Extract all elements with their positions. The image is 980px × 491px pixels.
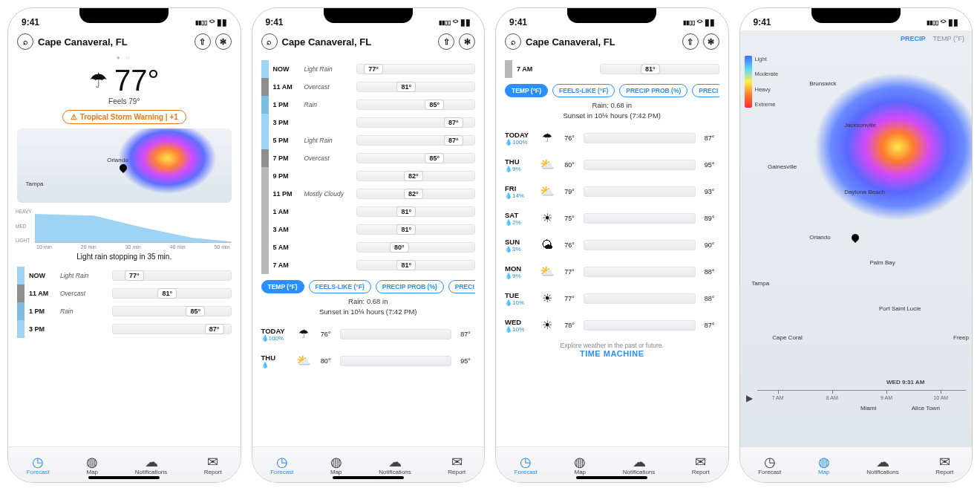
- hourly-row[interactable]: 1 AM81°: [261, 203, 476, 221]
- hourly-row[interactable]: 1 PMRain85°: [261, 96, 476, 114]
- tab-report[interactable]: ✉Report: [448, 455, 466, 475]
- summary-sunset: Sunset in 10¼ hours (7:42 PM): [505, 111, 719, 121]
- play-icon[interactable]: ▶: [746, 393, 753, 403]
- daily-row[interactable]: TODAY💧100%☂76°87°: [505, 125, 719, 152]
- daily-row[interactable]: WED💧10%☀78°87°: [505, 312, 719, 339]
- content-area[interactable]: 7 AM 81° TEMP (°F)FEELS-LIKE (°F)PRECIP …: [496, 54, 728, 446]
- tab-map[interactable]: ◍Map: [86, 455, 98, 475]
- search-icon[interactable]: ⌕: [17, 33, 33, 50]
- forecast-icon: ◷: [758, 455, 781, 469]
- report-icon: ✉: [692, 455, 710, 469]
- home-indicator[interactable]: [576, 476, 647, 479]
- hourly-row[interactable]: 7 PMOvercast85°: [261, 149, 476, 167]
- share-icon[interactable]: ⇧: [195, 33, 211, 50]
- intensity-bar: [261, 114, 269, 131]
- location-name[interactable]: Cape Canaveral, FL: [526, 36, 615, 48]
- metric-pill[interactable]: TEMP (°F): [505, 84, 548, 97]
- hourly-row[interactable]: 3 PM87°: [261, 114, 476, 131]
- map-content[interactable]: PRECIP TEMP (°F) Light Moderate Heavy Ex…: [740, 30, 973, 446]
- toggle-precip[interactable]: PRECIP: [901, 35, 926, 42]
- tab-forecast[interactable]: ◷Forecast: [514, 455, 538, 475]
- intensity-bar: [17, 302, 24, 320]
- legend-gradient: [745, 56, 752, 108]
- metric-pill[interactable]: PRECIP PROB (%): [376, 280, 444, 293]
- daily-row[interactable]: MON💧9%⛅77°88°: [505, 258, 719, 285]
- tab-map[interactable]: ◍Map: [818, 455, 830, 475]
- tab-report[interactable]: ✉Report: [204, 455, 222, 475]
- tab-notifications[interactable]: ☁Notifications: [135, 455, 168, 475]
- hourly-row[interactable]: 7 AM 81°: [505, 60, 719, 78]
- hourly-row[interactable]: 3 AM81°: [261, 221, 476, 238]
- tab-report[interactable]: ✉Report: [692, 455, 710, 475]
- hour-temp: 82°: [404, 189, 423, 199]
- hour-time: 7 PM: [273, 155, 300, 162]
- map-city-label: Cape Coral: [772, 334, 802, 341]
- daily-row[interactable]: FRI💧14%⛅79°93°: [505, 178, 719, 205]
- status-time: 9:41: [754, 17, 771, 27]
- share-icon[interactable]: ⇧: [438, 33, 454, 50]
- temp-range-bar: [584, 213, 696, 224]
- hourly-row[interactable]: NOWLight Rain77°: [17, 267, 232, 284]
- radar-map[interactable]: PRECIP TEMP (°F) Light Moderate Heavy Ex…: [740, 30, 973, 446]
- temp-range-bar: [584, 186, 696, 197]
- location-name[interactable]: Cape Canaveral, FL: [282, 36, 372, 48]
- daily-row[interactable]: THU💧⛅80°95°: [261, 348, 476, 374]
- hourly-row[interactable]: 5 AM80°: [261, 238, 476, 256]
- hourly-row[interactable]: NOWLight Rain77°: [261, 60, 476, 78]
- content-area[interactable]: NOWLight Rain77°11 AMOvercast81°1 PMRain…: [252, 54, 485, 446]
- report-icon: ✉: [204, 455, 222, 469]
- metric-pill[interactable]: PRECI: [692, 84, 719, 97]
- daily-row[interactable]: SUN💧3%🌤76°90°: [505, 232, 719, 258]
- daily-row[interactable]: TUE💧10%☀77°88°: [505, 285, 719, 312]
- weather-alert-pill[interactable]: ⚠ Tropical Storm Warning | +1: [62, 110, 186, 124]
- metric-pill[interactable]: PRECIP PROB (%): [619, 84, 687, 97]
- daily-row[interactable]: THU💧9%⛅80°95°: [505, 152, 719, 178]
- hourly-row[interactable]: 7 AM81°: [261, 256, 476, 274]
- tab-forecast[interactable]: ◷Forecast: [270, 455, 293, 475]
- metric-pill[interactable]: PRECI: [448, 280, 475, 293]
- daily-row[interactable]: SAT💧2%☀75°89°: [505, 205, 719, 232]
- hourly-row[interactable]: 11 PMMostly Cloudy82°: [261, 185, 476, 203]
- hourly-row[interactable]: 9 PM82°: [261, 167, 476, 185]
- settings-icon[interactable]: ✻: [459, 33, 475, 50]
- tab-notifications[interactable]: ☁Notifications: [379, 455, 411, 475]
- hourly-row[interactable]: 11 AMOvercast81°: [261, 78, 476, 96]
- content-area[interactable]: ● ○ ☂ 77° Feels 79° ⚠ Tropical Storm War…: [8, 54, 241, 446]
- share-icon[interactable]: ⇧: [682, 33, 699, 50]
- hourly-row[interactable]: 5 PMLight Rain87°: [261, 131, 476, 149]
- timeline-track[interactable]: WED 9:31 AM 7 AM 8 AM 9 AM 10 AM: [757, 390, 967, 406]
- location-name[interactable]: Cape Canaveral, FL: [38, 36, 128, 48]
- notifications-icon: ☁: [379, 455, 411, 469]
- day-summary: Rain: 0.68 in Sunset in 10¼ hours (7:42 …: [261, 296, 476, 318]
- tab-map[interactable]: ◍Map: [330, 455, 342, 475]
- settings-icon[interactable]: ✻: [703, 33, 719, 50]
- search-icon[interactable]: ⌕: [261, 33, 278, 50]
- tab-forecast[interactable]: ◷Forecast: [27, 455, 50, 475]
- tab-notifications[interactable]: ☁Notifications: [623, 455, 656, 475]
- metric-pill[interactable]: FEELS-LIKE (°F): [309, 280, 371, 293]
- metric-pill[interactable]: FEELS-LIKE (°F): [552, 84, 615, 97]
- hour-condition: Rain: [60, 308, 108, 315]
- weather-icon: ⛅: [539, 157, 555, 172]
- toggle-temp[interactable]: TEMP (°F): [933, 35, 964, 42]
- home-indicator[interactable]: [88, 476, 160, 479]
- settings-icon[interactable]: ✻: [215, 33, 232, 50]
- map-city-label: Alice Town: [912, 405, 940, 412]
- hourly-row[interactable]: 1 PMRain85°: [17, 302, 232, 320]
- radar-minimap[interactable]: Orlando Tampa: [17, 129, 232, 203]
- hourly-row[interactable]: 3 PM87°: [17, 320, 232, 338]
- tab-map[interactable]: ◍Map: [574, 455, 586, 475]
- metric-pill[interactable]: TEMP (°F): [261, 280, 304, 293]
- chart-y-labels: HEAVYMEDLIGHT: [16, 209, 32, 243]
- search-icon[interactable]: ⌕: [505, 33, 521, 50]
- hourly-row[interactable]: 11 AMOvercast81°: [17, 284, 232, 302]
- daily-row[interactable]: TODAY💧100%☂76°87°: [261, 321, 476, 348]
- page-dots[interactable]: ● ○: [17, 54, 232, 61]
- home-indicator[interactable]: [333, 476, 404, 479]
- tab-report[interactable]: ✉Report: [935, 455, 953, 475]
- time-machine-link[interactable]: TIME MACHINE: [505, 349, 719, 358]
- tab-notifications[interactable]: ☁Notifications: [866, 455, 899, 475]
- tab-forecast[interactable]: ◷Forecast: [758, 455, 781, 475]
- hour-temp: 85°: [425, 153, 444, 163]
- status-icons: ▮▮▯▯⌔▮▮: [439, 17, 471, 27]
